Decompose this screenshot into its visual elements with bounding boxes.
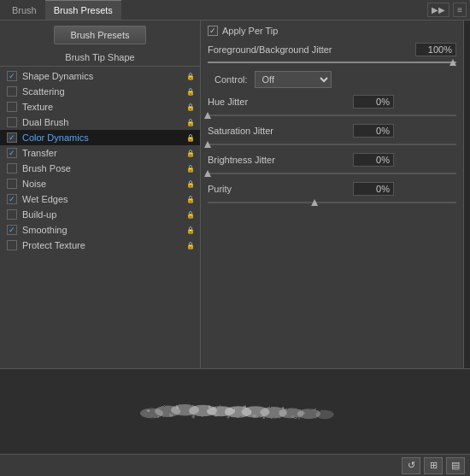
checkbox-color-dynamics[interactable] [7, 132, 17, 143]
brightness-jitter-slider[interactable] [208, 170, 456, 177]
control-row: Control: Off Fade Pen Pressure Pen Tilt … [208, 71, 456, 88]
control-label: Control: [214, 74, 248, 85]
brush-item-build-up[interactable]: Build-up🔒 [0, 207, 200, 222]
preview-section [0, 368, 470, 454]
list-button[interactable]: ▤ [446, 457, 465, 474]
apply-per-tip-label: Apply Per Tip [222, 26, 278, 36]
lock-icon-color-dynamics: 🔒 [186, 134, 195, 142]
checkbox-protect-texture[interactable] [7, 240, 17, 250]
svg-point-22 [169, 413, 173, 417]
brush-item-label-brush-pose: Brush Pose [22, 163, 186, 173]
top-section: Brush Presets Brush Tip Shape Shape Dyna… [0, 21, 470, 368]
checkbox-dual-brush[interactable] [7, 117, 17, 127]
saturation-jitter-row: Saturation Jitter [208, 124, 456, 138]
apply-per-row: Apply Per Tip [208, 26, 456, 36]
brush-item-scattering[interactable]: Scattering🔒 [0, 84, 200, 99]
svg-point-11 [147, 409, 150, 412]
left-panel: Brush Presets Brush Tip Shape Shape Dyna… [0, 21, 201, 368]
hue-jitter-input[interactable] [353, 95, 394, 109]
fg-bg-jitter-row: Foreground/Background Jitter [208, 43, 456, 56]
control-select[interactable]: Off Fade Pen Pressure Pen Tilt Stylus Wh… [255, 71, 332, 88]
brush-item-label-transfer: Transfer [22, 148, 186, 158]
checkbox-shape-dynamics[interactable] [7, 71, 17, 81]
hue-jitter-row: Hue Jitter [208, 95, 456, 109]
right-panel: Apply Per Tip Foreground/Background Jitt… [201, 21, 463, 368]
brush-item-label-texture: Texture [22, 102, 186, 112]
menu-icon[interactable]: ≡ [453, 3, 467, 17]
fg-bg-jitter-slider[interactable] [208, 59, 456, 66]
brush-item-label-noise: Noise [22, 179, 186, 189]
tab-actions: ▶▶ ≡ [427, 3, 467, 17]
svg-point-15 [209, 405, 211, 408]
lock-icon-smoothing: 🔒 [186, 226, 195, 234]
brush-item-label-shape-dynamics: Shape Dynamics [22, 71, 186, 81]
brush-item-brush-pose[interactable]: Brush Pose🔒 [0, 161, 200, 176]
apply-per-tip-checkbox[interactable] [208, 26, 218, 36]
brush-item-label-protect-texture: Protect Texture [22, 240, 186, 250]
svg-point-18 [262, 416, 265, 419]
lock-icon-texture: 🔒 [186, 103, 195, 111]
svg-point-25 [291, 414, 295, 418]
brush-item-texture[interactable]: Texture🔒 [0, 99, 200, 115]
svg-point-21 [314, 408, 316, 410]
brush-item-dual-brush[interactable]: Dual Brush🔒 [0, 115, 200, 130]
svg-point-17 [243, 405, 246, 408]
lock-icon-wet-edges: 🔒 [186, 196, 195, 203]
brush-item-noise[interactable]: Noise🔒 [0, 176, 200, 191]
checkbox-texture[interactable] [7, 102, 17, 112]
checkbox-build-up[interactable] [7, 209, 17, 220]
checkbox-noise[interactable] [7, 179, 17, 189]
brush-item-label-scattering: Scattering [22, 86, 186, 97]
brush-item-color-dynamics[interactable]: Color Dynamics🔒 [0, 130, 200, 145]
grid-button[interactable]: ⊞ [424, 457, 443, 474]
section-header: Brush Tip Shape [0, 50, 200, 67]
brush-item-protect-texture[interactable]: Protect Texture🔒 [0, 238, 200, 253]
brush-item-label-color-dynamics: Color Dynamics [22, 132, 186, 143]
svg-point-14 [191, 414, 195, 418]
saturation-jitter-label: Saturation Jitter [208, 126, 353, 136]
brush-item-smoothing[interactable]: Smoothing🔒 [0, 222, 200, 238]
purity-slider[interactable] [208, 199, 456, 206]
brush-item-label-smoothing: Smoothing [22, 225, 186, 235]
saturation-jitter-slider[interactable] [208, 141, 456, 148]
tab-brush[interactable]: Brush [3, 0, 45, 20]
hue-jitter-slider[interactable] [208, 112, 456, 119]
purity-row: Purity [208, 182, 456, 196]
expand-icon[interactable]: ▶▶ [427, 3, 449, 17]
brush-item-wet-edges[interactable]: Wet Edges🔒 [0, 191, 200, 207]
brush-item-label-dual-brush: Dual Brush [22, 117, 186, 127]
tab-bar: Brush Brush Presets ▶▶ ≡ [0, 0, 470, 21]
svg-point-13 [176, 406, 179, 408]
lock-icon-scattering: 🔒 [186, 88, 195, 96]
svg-point-19 [282, 407, 285, 409]
right-scrollbar[interactable] [463, 21, 470, 368]
checkbox-brush-pose[interactable] [7, 163, 17, 173]
brush-item-transfer[interactable]: Transfer🔒 [0, 145, 200, 161]
svg-point-24 [252, 414, 256, 418]
purity-input[interactable] [353, 182, 394, 196]
brush-item-shape-dynamics[interactable]: Shape Dynamics🔒 [0, 68, 200, 84]
fg-bg-jitter-label: Foreground/Background Jitter [208, 44, 415, 55]
reset-button[interactable]: ↺ [402, 457, 420, 474]
saturation-jitter-input[interactable] [353, 124, 394, 138]
checkbox-wet-edges[interactable] [7, 194, 17, 204]
right-scroll-area: Apply Per Tip Foreground/Background Jitt… [201, 21, 470, 368]
svg-point-23 [214, 413, 218, 417]
brush-item-label-build-up: Build-up [22, 209, 186, 220]
checkbox-scattering[interactable] [7, 86, 17, 97]
lock-icon-dual-brush: 🔒 [186, 119, 195, 126]
lock-icon-noise: 🔒 [186, 180, 195, 188]
brush-stroke-preview [98, 399, 372, 425]
fg-bg-jitter-input[interactable] [415, 43, 456, 56]
main-panel: Brush Presets Brush Tip Shape Shape Dyna… [0, 21, 470, 476]
lock-icon-shape-dynamics: 🔒 [186, 73, 195, 80]
brightness-jitter-input[interactable] [353, 153, 394, 167]
checkbox-transfer[interactable] [7, 148, 17, 158]
checkbox-smoothing[interactable] [7, 225, 17, 235]
lock-icon-brush-pose: 🔒 [186, 165, 195, 173]
brush-presets-button[interactable]: Brush Presets [54, 26, 145, 44]
brush-list: Shape Dynamics🔒Scattering🔒Texture🔒Dual B… [0, 67, 200, 368]
tab-brush-presets[interactable]: Brush Presets [45, 0, 121, 20]
svg-point-12 [157, 415, 159, 417]
lock-icon-protect-texture: 🔒 [186, 242, 195, 250]
